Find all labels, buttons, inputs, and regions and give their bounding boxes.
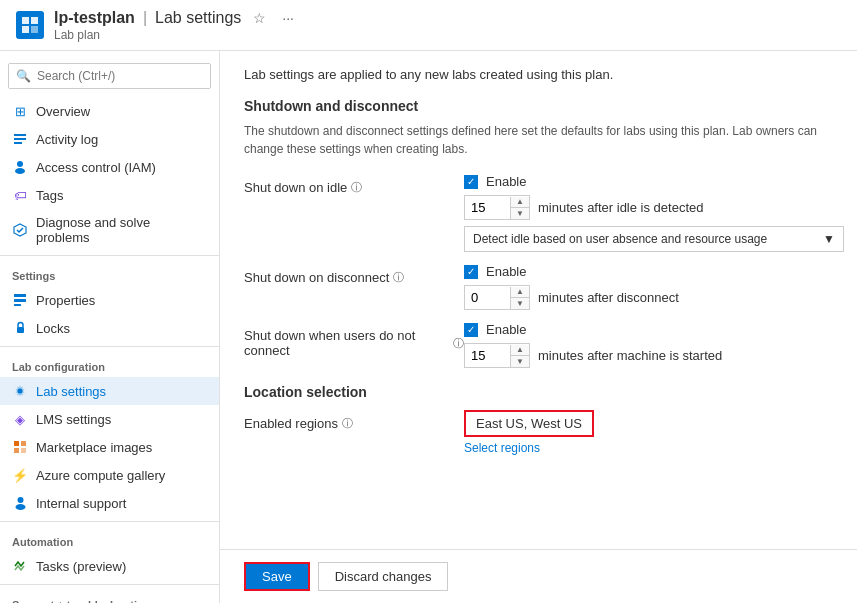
content-area: Lab settings are applied to any new labs… [220, 51, 857, 549]
enabled-regions-info-icon[interactable]: ⓘ [342, 416, 353, 431]
internal-support-icon [12, 495, 28, 511]
enabled-regions-row: Enabled regions ⓘ East US, West US Selec… [244, 410, 833, 455]
sidebar-label-activity-log: Activity log [36, 132, 98, 147]
svg-rect-17 [21, 448, 26, 453]
enabled-regions-label: Enabled regions ⓘ [244, 410, 464, 431]
select-regions-link[interactable]: Select regions [464, 441, 594, 455]
title-group: lp-testplan | Lab settings ☆ ··· Lab pla… [54, 8, 298, 42]
sidebar-item-diagnose[interactable]: Diagnose and solve problems [0, 209, 219, 251]
svg-rect-1 [31, 17, 38, 24]
nav-divider-3 [0, 521, 219, 522]
shutdown-disconnect-minutes-input[interactable]: 0 [465, 286, 510, 309]
section-label-lab-config: Lab configuration [0, 351, 219, 377]
shutdown-no-connect-spinner-up[interactable]: ▲ [511, 345, 529, 356]
shutdown-disconnect-spinner: 0 ▲ ▼ [464, 285, 530, 310]
shutdown-idle-controls: Enable 15 ▲ ▼ minutes after idle is dete… [464, 174, 844, 252]
shutdown-no-connect-checkbox[interactable] [464, 323, 478, 337]
sidebar-item-activity-log[interactable]: Activity log [0, 125, 219, 153]
shutdown-idle-spinner-up[interactable]: ▲ [511, 197, 529, 208]
section-label-automation: Automation [0, 526, 219, 552]
search-icon: 🔍 [16, 69, 31, 83]
shutdown-no-connect-enable-row: Enable [464, 322, 722, 337]
shutdown-idle-minutes-row: 15 ▲ ▼ minutes after idle is detected [464, 195, 844, 220]
shutdown-disconnect-enable-row: Enable [464, 264, 679, 279]
shutdown-disconnect-spinner-down[interactable]: ▼ [511, 298, 529, 309]
resource-subtitle: Lab plan [54, 28, 298, 42]
locks-icon [12, 320, 28, 336]
shutdown-disconnect-row: Shut down on disconnect ⓘ Enable 0 ▲ ▼ [244, 264, 833, 310]
shutdown-no-connect-minutes-row: 15 ▲ ▼ minutes after machine is started [464, 343, 722, 368]
sidebar-item-overview[interactable]: ⊞ Overview [0, 97, 219, 125]
shutdown-disconnect-spinner-up[interactable]: ▲ [511, 287, 529, 298]
sidebar-item-locks[interactable]: Locks [0, 314, 219, 342]
sidebar-item-tags[interactable]: 🏷 Tags [0, 181, 219, 209]
svg-rect-12 [17, 327, 24, 333]
sidebar-label-lms-settings: LMS settings [36, 412, 111, 427]
diagnose-icon [12, 222, 28, 238]
shutdown-idle-checkbox[interactable] [464, 175, 478, 189]
save-button[interactable]: Save [244, 562, 310, 591]
properties-icon [12, 292, 28, 308]
location-section-title: Location selection [244, 384, 833, 400]
shutdown-no-connect-info-icon[interactable]: ⓘ [453, 336, 464, 351]
shutdown-disconnect-info-icon[interactable]: ⓘ [393, 270, 404, 285]
azure-compute-icon: ⚡ [12, 467, 28, 483]
tags-icon: 🏷 [12, 187, 28, 203]
svg-point-7 [17, 161, 23, 167]
dropdown-arrow-icon: ▼ [823, 232, 835, 246]
discard-button[interactable]: Discard changes [318, 562, 449, 591]
sidebar-label-tags: Tags [36, 188, 63, 203]
svg-point-19 [15, 504, 25, 510]
shutdown-no-connect-controls: Enable 15 ▲ ▼ minutes after machine is s… [464, 322, 722, 368]
page-description: Lab settings are applied to any new labs… [244, 67, 833, 82]
shutdown-no-connect-spinner-btns: ▲ ▼ [510, 345, 529, 367]
shutdown-idle-enable-row: Enable [464, 174, 844, 189]
marketplace-icon [12, 439, 28, 455]
sidebar-label-overview: Overview [36, 104, 90, 119]
svg-point-18 [17, 497, 23, 503]
sidebar-item-internal-support[interactable]: Internal support [0, 489, 219, 517]
shutdown-disconnect-spinner-btns: ▲ ▼ [510, 287, 529, 309]
shutdown-idle-minutes-input[interactable]: 15 [465, 196, 510, 219]
shutdown-idle-minutes-label: minutes after idle is detected [538, 200, 703, 215]
sidebar-label-azure-compute: Azure compute gallery [36, 468, 165, 483]
search-input[interactable] [8, 63, 211, 89]
more-options-icon[interactable]: ··· [278, 8, 298, 28]
activity-log-icon [12, 131, 28, 147]
shutdown-idle-spinner-down[interactable]: ▼ [511, 208, 529, 219]
shutdown-idle-info-icon[interactable]: ⓘ [351, 180, 362, 195]
section-label-settings: Settings [0, 260, 219, 286]
resource-icon [16, 11, 44, 39]
idle-detect-dropdown-value: Detect idle based on user absence and re… [473, 232, 767, 246]
sidebar-item-lab-settings[interactable]: Lab settings [0, 377, 219, 405]
svg-rect-9 [14, 294, 26, 297]
nav-divider-1 [0, 255, 219, 256]
page-header: lp-testplan | Lab settings ☆ ··· Lab pla… [0, 0, 857, 51]
sidebar-item-marketplace-images[interactable]: Marketplace images [0, 433, 219, 461]
nav-divider-2 [0, 346, 219, 347]
shutdown-no-connect-spinner-down[interactable]: ▼ [511, 356, 529, 367]
svg-rect-14 [14, 441, 19, 446]
shutdown-section-desc: The shutdown and disconnect settings def… [244, 122, 833, 158]
sidebar-item-access-control[interactable]: Access control (IAM) [0, 153, 219, 181]
favorite-icon[interactable]: ☆ [249, 8, 270, 28]
title-separator: | [143, 9, 147, 27]
overview-icon: ⊞ [12, 103, 28, 119]
sidebar-item-azure-compute[interactable]: ⚡ Azure compute gallery [0, 461, 219, 489]
shutdown-idle-spinner-btns: ▲ ▼ [510, 197, 529, 219]
shutdown-no-connect-row: Shut down when users do not connect ⓘ En… [244, 322, 833, 368]
idle-detect-dropdown[interactable]: Detect idle based on user absence and re… [464, 226, 844, 252]
sidebar-label-properties: Properties [36, 293, 95, 308]
svg-rect-15 [21, 441, 26, 446]
shutdown-disconnect-checkbox[interactable] [464, 265, 478, 279]
sidebar-item-tasks[interactable]: Tasks (preview) [0, 552, 219, 580]
sidebar-item-properties[interactable]: Properties [0, 286, 219, 314]
shutdown-idle-spinner: 15 ▲ ▼ [464, 195, 530, 220]
shutdown-no-connect-minutes-input[interactable]: 15 [465, 344, 510, 367]
shutdown-disconnect-minutes-row: 0 ▲ ▼ minutes after disconnect [464, 285, 679, 310]
svg-rect-16 [14, 448, 19, 453]
sidebar-label-access-control: Access control (IAM) [36, 160, 156, 175]
shutdown-disconnect-enable-label: Enable [486, 264, 526, 279]
sidebar-item-lms-settings[interactable]: ◈ LMS settings [0, 405, 219, 433]
lms-settings-icon: ◈ [12, 411, 28, 427]
